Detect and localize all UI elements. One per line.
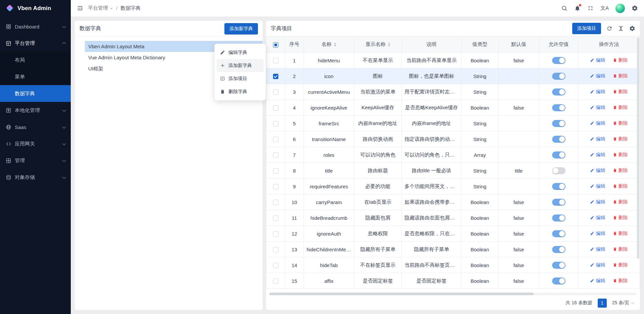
edit-button[interactable]: 编辑 [590,120,605,126]
row-checkbox[interactable] [273,200,278,205]
row-checkbox[interactable] [273,247,278,252]
delete-button[interactable]: 删除 [613,120,628,126]
allow-null-toggle[interactable] [552,277,566,285]
allow-null-toggle[interactable] [552,199,566,206]
edit-button[interactable]: 编辑 [590,231,605,237]
sidebar-item-layout[interactable]: 布局 [0,52,71,68]
delete-button[interactable]: 删除 [613,136,628,142]
column-header-name[interactable]: 名称 [304,37,354,53]
context-menu-item-edit-dictionary[interactable]: 编辑字典 [217,46,264,59]
fullscreen-icon[interactable] [587,5,594,11]
allow-null-toggle[interactable] [552,88,566,96]
row-checkbox[interactable] [273,121,278,126]
allow-null-toggle[interactable] [552,57,566,64]
allow-null-toggle[interactable] [552,151,566,159]
allow-null-toggle[interactable] [552,214,566,222]
sidebar-item-data-dictionary[interactable]: 数据字典 [0,85,71,102]
delete-button[interactable]: 删除 [613,215,628,221]
add-dictionary-button[interactable]: 添加新字典 [224,23,258,35]
language-translate-icon[interactable]: 文A [600,5,609,11]
delete-button[interactable]: 删除 [613,278,628,284]
row-checkbox[interactable] [273,184,278,189]
row-checkbox[interactable] [273,215,278,221]
row-checkbox[interactable] [273,152,278,158]
row-checkbox[interactable] [273,168,278,174]
row-checkbox[interactable] [273,137,278,142]
edit-button[interactable]: 编辑 [590,152,605,158]
vertical-scrollbar[interactable] [637,38,639,278]
sidebar-item-dashboard[interactable]: Dashboard [0,18,71,35]
row-checkbox[interactable] [273,231,278,237]
vertical-scrollbar-thumb[interactable] [637,38,639,259]
collapse-sidebar-icon[interactable] [77,5,83,11]
cell-no: 1 [285,53,304,68]
horizontal-scrollbar[interactable] [269,293,637,295]
row-height-icon[interactable] [618,25,624,32]
row-checkbox[interactable] [273,89,278,95]
cell-no: 3 [285,84,304,100]
sidebar-item-menu[interactable]: 菜单 [0,68,71,85]
horizontal-scrollbar-thumb[interactable] [269,293,534,295]
sidebar-item-saas[interactable]: Saas [0,119,71,135]
sidebar-item-localization[interactable]: 本地化管理 [0,102,71,119]
allow-null-toggle[interactable] [552,230,566,237]
page-size-select[interactable]: 25 条/页 [612,300,634,306]
edit-button[interactable]: 编辑 [590,199,605,205]
delete-button[interactable]: 删除 [613,89,628,95]
edit-button[interactable]: 编辑 [590,183,605,189]
edit-button[interactable]: 编辑 [590,105,605,111]
breadcrumb-item-platform-management[interactable]: 平台管理 [88,5,113,11]
delete-button[interactable]: 删除 [613,73,628,79]
edit-button[interactable]: 编辑 [590,57,605,63]
delete-button[interactable]: 删除 [613,262,628,268]
allow-null-toggle[interactable] [552,136,566,143]
context-menu-item-add-item[interactable]: 添加项目 [217,72,264,85]
app-logo[interactable]: Vben Admin [0,0,71,17]
theme-settings-gear-icon[interactable] [632,5,638,11]
edit-button[interactable]: 编辑 [590,262,605,268]
table-settings-gear-icon[interactable] [629,25,635,32]
delete-button[interactable]: 删除 [613,246,628,252]
allow-null-toggle[interactable] [552,104,566,111]
delete-button[interactable]: 删除 [613,105,628,111]
notifications-bell-icon[interactable] [574,5,581,11]
delete-button[interactable]: 删除 [613,168,628,174]
context-menu-item-delete-dictionary[interactable]: 删除字典 [217,85,264,98]
sidebar-item-management[interactable]: 管理 [0,152,71,169]
sidebar-item-platform-management[interactable]: 平台管理 [0,35,71,52]
allow-null-toggle[interactable] [552,73,566,80]
edit-button[interactable]: 编辑 [590,73,605,79]
refresh-icon[interactable] [606,25,612,32]
column-header-display-name[interactable]: 显示名称 [354,37,402,53]
allow-null-toggle[interactable] [552,183,566,190]
delete-button[interactable]: 删除 [613,231,628,237]
delete-button[interactable]: 删除 [613,183,628,189]
delete-button[interactable]: 删除 [613,152,628,158]
search-icon[interactable] [561,5,568,11]
row-checkbox[interactable] [273,263,278,268]
context-menu-item-add-dictionary[interactable]: 添加新字典 [217,59,264,72]
edit-button[interactable]: 编辑 [590,136,605,142]
row-checkbox[interactable] [273,74,278,79]
row-checkbox[interactable] [273,105,278,111]
edit-button[interactable]: 编辑 [590,168,605,174]
allow-null-toggle[interactable] [552,167,566,174]
select-all-checkbox[interactable] [273,42,278,48]
delete-button[interactable]: 删除 [613,57,628,63]
edit-button[interactable]: 编辑 [590,89,605,95]
edit-button[interactable]: 编辑 [590,278,605,284]
sidebar-item-object-storage[interactable]: 对象存储 [0,169,71,186]
row-checkbox[interactable] [273,58,278,63]
add-item-button[interactable]: 添加项目 [572,23,601,34]
edit-button-label: 编辑 [596,120,605,126]
user-avatar[interactable] [615,4,625,13]
row-checkbox[interactable] [273,278,278,284]
sidebar-item-app-gateway[interactable]: 应用网关 [0,135,71,152]
page-number-button[interactable]: 1 [598,299,607,308]
edit-button[interactable]: 编辑 [590,246,605,252]
allow-null-toggle[interactable] [552,262,566,269]
allow-null-toggle[interactable] [552,120,566,127]
allow-null-toggle[interactable] [552,246,566,253]
edit-button[interactable]: 编辑 [590,215,605,221]
delete-button[interactable]: 删除 [613,199,628,205]
